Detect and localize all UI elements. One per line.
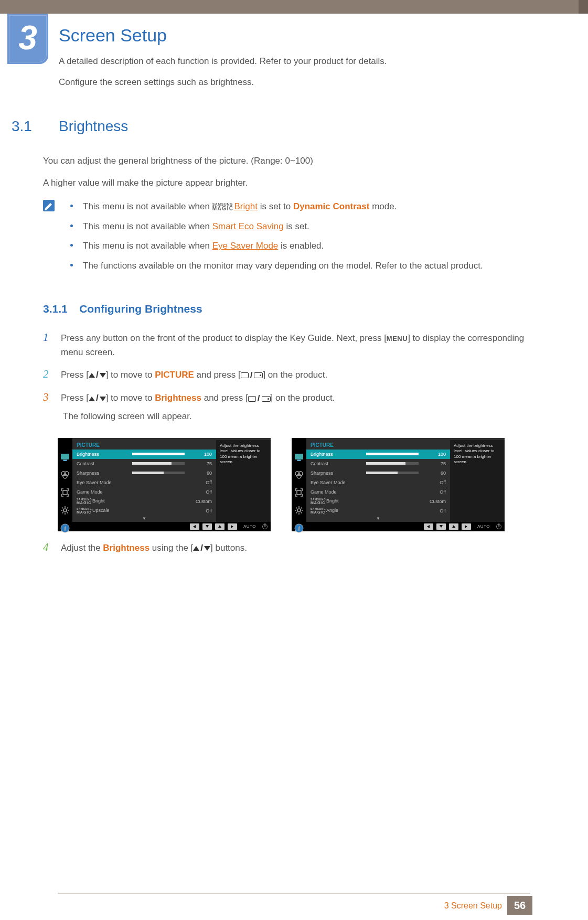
step-number-3: 3	[43, 391, 61, 423]
page: 3 Screen Setup A detailed description of…	[0, 0, 588, 920]
osd-menu-item: Eye Saver ModeOff	[72, 478, 216, 487]
osd-nav-down-icon	[436, 523, 446, 530]
svg-rect-5	[63, 490, 67, 495]
footer-page-number: 56	[507, 896, 532, 915]
osd-menu-item: Contrast75	[72, 459, 216, 468]
step-3: 3 Press [/] to move to Brightness and pr…	[43, 391, 529, 423]
enter-source-icon: /	[248, 391, 271, 405]
svg-point-6	[63, 509, 67, 512]
triangle-up-icon	[89, 373, 95, 378]
section-paragraph-1: You can adjust the general brightness of…	[43, 156, 529, 166]
footer-divider	[58, 893, 530, 894]
note-item-2: This menu is not available when Smart Ec…	[70, 220, 529, 233]
osd-menu-item: Sharpness60	[72, 468, 216, 478]
osd-menu-item: Eye Saver ModeOff	[306, 478, 450, 487]
intro-paragraph-1: A detailed description of each function …	[59, 56, 529, 67]
notes-list: This menu is not available when SAMSUNGM…	[70, 200, 529, 279]
osd-menu-item: Sharpness60	[306, 468, 450, 478]
link-magic-bright[interactable]: Bright	[234, 201, 257, 211]
triangle-up-icon	[193, 546, 199, 551]
osd-sidebar-icons: i	[292, 450, 306, 533]
osd-power-icon	[262, 524, 268, 529]
osd-nav-down-icon	[202, 523, 212, 530]
intro-paragraph-2: Configure the screen settings such as br…	[59, 77, 529, 88]
svg-rect-10	[297, 460, 301, 461]
steps-list: 1 Press any button on the front of the p…	[43, 331, 529, 423]
section-title: Brightness	[59, 118, 128, 135]
osd-power-icon	[496, 524, 501, 529]
osd-tab-resize-icon	[60, 487, 70, 498]
osd-menu: PICTURE Brightness100Contrast75Sharpness…	[72, 440, 216, 522]
subsection-number: 3.1.1	[43, 303, 68, 315]
osd-menu-item: Game ModeOff	[72, 487, 216, 497]
osd-menu-item: Brightness100	[306, 450, 450, 459]
osd-tab-color-icon	[60, 469, 70, 480]
osd-menu-item: SAMSUNGMAGICUpscaleOff	[72, 506, 216, 516]
osd-menu-title: PICTURE	[306, 440, 450, 450]
step-number-1: 1	[43, 331, 61, 359]
step-number-4: 4	[43, 541, 61, 555]
subsection-title: Configuring Brightness	[79, 303, 202, 315]
triangle-up-icon	[89, 397, 95, 401]
osd-tab-info-icon: i	[294, 523, 304, 533]
content-area: Screen Setup A detailed description of e…	[59, 25, 529, 563]
triangle-down-icon	[100, 373, 106, 378]
enter-source-icon: /	[241, 368, 263, 382]
section-number: 3.1	[12, 118, 59, 135]
osd-scroll-down-icon: ▼	[306, 516, 450, 522]
osd-tab-settings-icon	[294, 505, 304, 516]
svg-rect-1	[63, 460, 67, 461]
step-2: 2 Press [/] to move to PICTURE and press…	[43, 368, 529, 382]
chapter-intro: A detailed description of each function …	[59, 56, 529, 88]
triangle-down-icon	[204, 546, 210, 551]
osd-help-panel: Adjust the brightness level. Values clos…	[216, 440, 271, 522]
osd-menu-item: Brightness100	[72, 450, 216, 459]
footer-chapter-ref: 3 Screen Setup	[444, 901, 502, 911]
osd-nav-up-icon	[215, 523, 224, 530]
osd-menu-title: PICTURE	[72, 440, 216, 450]
menu-button-label: MENU	[387, 335, 408, 343]
osd-help-text: Adjust the brightness level. Values clos…	[454, 443, 501, 465]
note-item-3: This menu is not available when Eye Save…	[70, 239, 529, 253]
osd-sidebar-icons: i	[58, 450, 72, 533]
osd-screenshot-1: i PICTURE Brightness100Contrast75Sharpne…	[58, 438, 271, 531]
link-eye-saver-mode[interactable]: Eye Saver Mode	[212, 241, 279, 251]
step-4: 4 Adjust the Brightness using the [/] bu…	[43, 541, 529, 555]
osd-scroll-down-icon: ▼	[72, 516, 216, 522]
note-icon	[43, 200, 55, 211]
note-item-1: This menu is not available when SAMSUNGM…	[70, 200, 529, 213]
osd-menu-item: Game ModeOff	[306, 487, 450, 497]
link-smart-eco-saving[interactable]: Smart Eco Saving	[212, 221, 284, 231]
osd-button-bar: AUTO	[292, 522, 505, 531]
triangle-down-icon	[100, 397, 106, 401]
notes-block: This menu is not available when SAMSUNGM…	[43, 200, 529, 279]
osd-tab-resize-icon	[294, 487, 304, 498]
page-footer: 3 Screen Setup 56	[0, 886, 588, 920]
svg-rect-9	[295, 454, 303, 459]
osd-nav-up-icon	[449, 523, 458, 530]
osd-nav-left-icon	[190, 523, 199, 530]
osd-screenshot-2: i PICTURE Brightness100Contrast75Sharpne…	[292, 438, 505, 531]
osd-tab-settings-icon	[60, 505, 70, 516]
svg-rect-14	[297, 490, 301, 495]
step-number-2: 2	[43, 368, 61, 382]
step-3-follow-text: The following screen will appear.	[63, 409, 529, 423]
chapter-badge: 3	[7, 14, 48, 64]
osd-help-panel: Adjust the brightness level. Values clos…	[450, 440, 505, 522]
svg-text:i: i	[298, 525, 300, 531]
osd-tab-color-icon	[294, 469, 304, 480]
chapter-title: Screen Setup	[59, 25, 529, 46]
osd-nav-right-icon	[228, 523, 237, 530]
osd-screenshots-row: i PICTURE Brightness100Contrast75Sharpne…	[58, 438, 529, 531]
svg-text:i: i	[64, 525, 66, 531]
osd-help-text: Adjust the brightness level. Values clos…	[220, 443, 267, 465]
osd-menu-item: Contrast75	[306, 459, 450, 468]
note-item-4: The functions available on the monitor m…	[70, 259, 529, 273]
osd-tab-info-icon: i	[60, 523, 70, 533]
osd-nav-left-icon	[424, 523, 433, 530]
osd-menu-item: SAMSUNGMAGICAngleOff	[306, 506, 450, 516]
section-paragraph-2: A higher value will make the picture app…	[43, 178, 529, 188]
osd-menu-item: SAMSUNGMAGICBrightCustom	[306, 497, 450, 506]
osd-menu: PICTURE Brightness100Contrast75Sharpness…	[306, 440, 450, 522]
osd-button-bar: AUTO	[58, 522, 271, 531]
